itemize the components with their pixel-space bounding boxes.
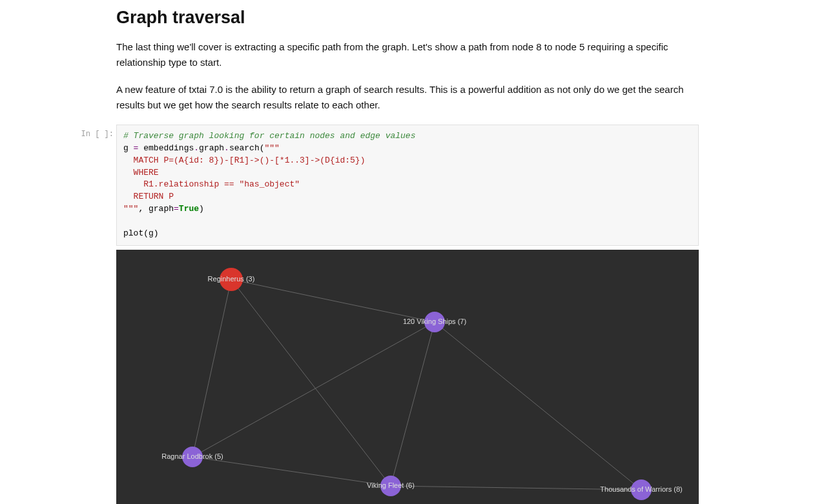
code-str: """	[265, 143, 280, 153]
code-text: search(	[229, 143, 265, 153]
graph-edge	[435, 322, 641, 490]
code-text: embeddings	[138, 143, 194, 153]
graph-node-label: Thousands of Warriors (8)	[600, 485, 682, 493]
code-str: R1.relationship == "has_object"	[123, 179, 300, 189]
code-cell-row: In [ ]: # Traverse graph looking for cer…	[116, 125, 699, 246]
paragraph-1: The last thing we'll cover is extracting…	[116, 39, 699, 70]
graph-edge	[231, 279, 391, 486]
graph-svg: Reginherus (3)120 Viking Ships (7)Ragnar…	[116, 250, 699, 504]
code-str: RETURN P	[123, 192, 174, 201]
graph-node-label: Reginherus (3)	[208, 275, 255, 283]
paragraph-2: A new feature of txtai 7.0 is the abilit…	[116, 82, 699, 113]
graph-edge	[231, 279, 435, 322]
graph-edge	[391, 322, 435, 486]
code-op: =	[174, 204, 179, 214]
graph-edge	[192, 279, 231, 457]
code-text: plot(g)	[123, 228, 159, 238]
section-heading: Graph traversal	[116, 8, 699, 28]
graph-edge	[192, 322, 435, 457]
code-text: g	[123, 143, 134, 153]
code-kw: True	[179, 204, 199, 214]
graph-node-label: Ragnar Lodbrok (5)	[161, 452, 223, 460]
code-text: )	[199, 204, 204, 214]
code-str: """	[123, 204, 138, 214]
code-op: .	[224, 143, 229, 153]
code-comment: # Traverse graph looking for certain nod…	[123, 131, 415, 141]
code-str: MATCH P=(A{id: 8})-[R1]->()-[*1..3]->(D{…	[123, 156, 365, 165]
cell-prompt: In [ ]:	[76, 130, 114, 139]
code-str: WHERE	[123, 168, 159, 177]
code-op: .	[194, 143, 199, 153]
graph-output: Reginherus (3)120 Viking Ships (7)Ragnar…	[116, 250, 699, 504]
code-text: , graph	[138, 204, 174, 214]
graph-node-label: Viking Fleet (6)	[367, 481, 415, 489]
code-text: graph	[199, 143, 224, 153]
code-cell[interactable]: # Traverse graph looking for certain nod…	[116, 125, 699, 246]
graph-edge	[192, 457, 391, 486]
graph-node-label: 120 Viking Ships (7)	[403, 318, 466, 325]
